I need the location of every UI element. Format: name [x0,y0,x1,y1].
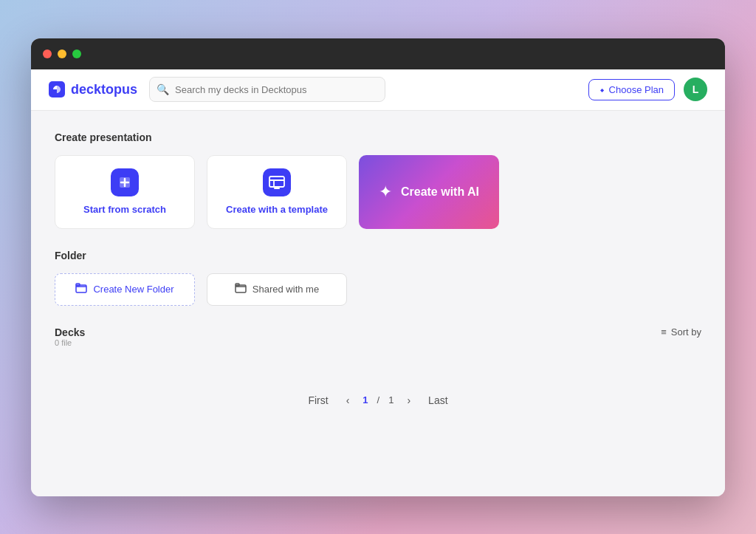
sort-icon: ≡ [661,326,667,338]
logo[interactable]: decktopus [49,81,137,97]
template-icon [263,168,291,196]
decks-header: Decks 0 file ≡ Sort by [55,326,701,347]
avatar[interactable]: L [684,78,707,101]
ai-sparkle-icon: ✦ [379,182,392,202]
search-input[interactable] [149,77,385,102]
ai-label: Create with AI [401,185,479,199]
create-new-folder-card[interactable]: Create New Folder [55,273,195,306]
decks-title: Decks [55,326,85,338]
pagination-current: 1 [362,394,368,405]
pagination-last-button[interactable]: Last [424,391,452,409]
app-window: decktopus 🔍 ⬥ Choose Plan L Create prese… [31,38,725,496]
shared-folder-icon [235,283,247,295]
create-with-ai-card[interactable]: ✦ Create with AI [359,155,499,229]
pagination: First ‹ 1 / 1 › Last [55,391,701,409]
app-body: decktopus 🔍 ⬥ Choose Plan L Create prese… [31,69,725,496]
folder-section-title: Folder [55,250,701,261]
folder-cards-row: Create New Folder Shared with me [55,273,701,306]
pagination-separator: / [377,394,380,405]
search-icon: 🔍 [157,83,169,95]
window-controls [43,49,81,58]
decks-title-group: Decks 0 file [55,326,85,347]
search-bar: 🔍 [149,77,385,102]
create-presentation-title: Create presentation [55,131,701,143]
sort-button[interactable]: ≡ Sort by [661,326,701,338]
create-with-template-card[interactable]: Create with a template [207,155,347,229]
logo-icon [49,81,65,97]
scratch-label: Start from scratch [83,204,166,215]
new-folder-label: Create New Folder [93,284,173,295]
start-from-scratch-card[interactable]: Start from scratch [55,155,195,229]
maximize-button[interactable] [72,49,81,58]
pagination-first-button[interactable]: First [303,391,332,409]
titlebar [31,38,725,69]
logo-text: decktopus [71,82,137,97]
template-label: Create with a template [226,204,328,215]
shared-label: Shared with me [252,284,319,295]
sort-label: Sort by [671,326,701,338]
content: Create presentation Start from scratch [31,111,725,496]
shared-with-me-card[interactable]: Shared with me [207,273,347,306]
star-icon: ⬥ [599,84,605,95]
choose-plan-button[interactable]: ⬥ Choose Plan [588,79,675,100]
pagination-prev-button[interactable]: ‹ [342,391,354,409]
navbar: decktopus 🔍 ⬥ Choose Plan L [31,69,725,111]
pagination-total: 1 [388,394,394,405]
decks-count: 0 file [55,338,85,347]
close-button[interactable] [43,49,52,58]
create-cards-row: Start from scratch Create with a templa [55,155,701,229]
choose-plan-label: Choose Plan [609,84,664,95]
new-folder-icon [75,283,87,295]
navbar-right: ⬥ Choose Plan L [588,78,707,101]
pagination-next-button[interactable]: › [402,391,415,409]
minimize-button[interactable] [58,49,66,58]
scratch-icon [111,168,139,196]
svg-rect-4 [269,177,284,187]
